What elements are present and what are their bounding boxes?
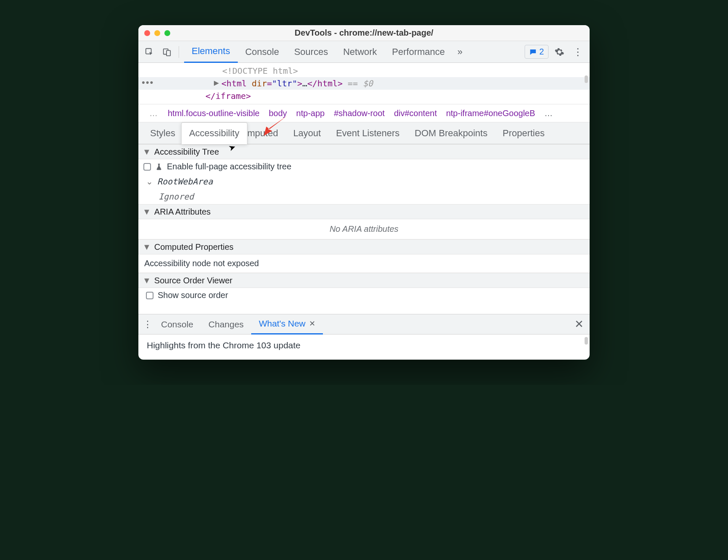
- message-icon: [529, 48, 537, 56]
- breadcrumb-item[interactable]: div#content: [394, 109, 437, 118]
- drawer-body: Highlights from the Chrome 103 update: [138, 334, 590, 360]
- inspect-element-icon[interactable]: [141, 44, 158, 60]
- minimize-window-button[interactable]: [154, 30, 160, 36]
- device-toggle-icon[interactable]: [159, 44, 175, 60]
- dom-gutter-ellipsis[interactable]: •••: [142, 77, 154, 88]
- main-panel-tabs: Elements Console Sources Network Perform…: [184, 41, 468, 63]
- drawer-tabs: ⋮ Console Changes What's New ✕ ✕: [138, 314, 590, 334]
- issues-badge[interactable]: 2: [525, 45, 549, 59]
- drawer-more-icon[interactable]: ⋮: [142, 319, 153, 330]
- disclosure-triangle-icon[interactable]: ▼: [143, 207, 151, 217]
- tab-event-listeners[interactable]: Event Listeners: [328, 122, 407, 144]
- tab-console[interactable]: Console: [238, 41, 287, 63]
- tab-accessibility-dragging[interactable]: Accessibility: [181, 122, 247, 144]
- tab-network[interactable]: Network: [335, 41, 385, 63]
- dom-tree-pane: ••• <!DOCTYPE html> ▶<html dir="ltr">…</…: [138, 63, 590, 104]
- dom-line-doctype[interactable]: <!DOCTYPE html>: [138, 65, 590, 77]
- checkbox-enable-full-page-tree[interactable]: [143, 163, 151, 171]
- svg-rect-2: [166, 50, 170, 56]
- section-title: Computed Properties: [154, 242, 234, 252]
- traffic-lights: [138, 30, 170, 36]
- disclosure-triangle-icon[interactable]: ▼: [143, 242, 151, 252]
- breadcrumb-item[interactable]: ntp-app: [296, 109, 325, 118]
- tab-properties[interactable]: Properties: [495, 122, 552, 144]
- ax-root-node[interactable]: ⌄ RootWebArea: [138, 174, 590, 189]
- devtools-window: DevTools - chrome://new-tab-page/ Elemen…: [138, 25, 590, 360]
- section-source-order[interactable]: ▼ Source Order Viewer: [138, 273, 590, 288]
- dom-line-html[interactable]: ▶<html dir="ltr">…</html> == $0: [138, 77, 590, 90]
- ax-root-label: RootWebArea: [157, 176, 213, 187]
- more-options-icon[interactable]: ⋮: [572, 46, 584, 58]
- aria-empty-message: No ARIA attributes: [138, 219, 590, 239]
- vertical-scrollbar[interactable]: [585, 75, 588, 83]
- show-source-order-row[interactable]: Show source order: [138, 288, 590, 306]
- experiment-flask-icon: [155, 163, 163, 171]
- zoom-window-button[interactable]: [164, 30, 170, 36]
- drawer-resize-handle[interactable]: [138, 306, 590, 314]
- close-drawer-icon[interactable]: ✕: [575, 318, 586, 331]
- drawer-scrollbar[interactable]: [585, 337, 588, 345]
- main-toolbar: Elements Console Sources Network Perform…: [138, 41, 590, 63]
- tab-dom-breakpoints[interactable]: DOM Breakpoints: [407, 122, 495, 144]
- drawer-tab-whats-new[interactable]: What's New ✕: [251, 314, 322, 334]
- section-computed-properties[interactable]: ▼ Computed Properties: [138, 239, 590, 254]
- close-tab-icon[interactable]: ✕: [309, 319, 315, 328]
- breadcrumb-item[interactable]: ntp-iframe#oneGoogleB: [446, 109, 535, 118]
- breadcrumb-item[interactable]: html.focus-outline-visible: [168, 109, 260, 118]
- dom-lines[interactable]: <!DOCTYPE html> ▶<html dir="ltr">…</html…: [138, 63, 590, 104]
- enable-full-page-tree-row[interactable]: Enable full-page accessibility tree: [138, 159, 590, 174]
- ax-ignored-label: Ignored: [159, 192, 194, 202]
- tab-layout[interactable]: Layout: [286, 122, 328, 144]
- dom-line-iframe-close[interactable]: </iframe>: [138, 90, 590, 102]
- ax-ignored-node[interactable]: Ignored: [138, 189, 590, 204]
- enable-full-page-tree-label: Enable full-page accessibility tree: [167, 162, 291, 171]
- section-title: Accessibility Tree: [154, 147, 219, 157]
- tab-performance[interactable]: Performance: [385, 41, 452, 63]
- disclosure-triangle-icon[interactable]: ▼: [143, 276, 151, 285]
- titlebar: DevTools - chrome://new-tab-page/: [138, 25, 590, 41]
- toolbar-separator: [179, 46, 179, 58]
- breadcrumb-item[interactable]: #shadow-root: [334, 109, 385, 118]
- section-title: ARIA Attributes: [154, 207, 211, 217]
- section-aria-attributes[interactable]: ▼ ARIA Attributes: [138, 204, 590, 219]
- close-window-button[interactable]: [144, 30, 150, 36]
- disclosure-triangle-icon[interactable]: ▼: [143, 147, 151, 157]
- disclosure-triangle-icon[interactable]: ⌄: [146, 176, 153, 187]
- breadcrumb-trailing-ellipsis[interactable]: …: [544, 109, 553, 118]
- toolbar-right: 2 ⋮: [525, 45, 587, 59]
- issues-count: 2: [539, 47, 544, 57]
- drawer-tab-label: What's New: [259, 319, 305, 329]
- tab-styles[interactable]: Styles: [143, 122, 183, 144]
- tab-sources[interactable]: Sources: [286, 41, 335, 63]
- elements-sidebar-tabs: Styles Accessibility mputed Layout Event…: [138, 122, 590, 144]
- tab-computed[interactable]: mputed: [246, 122, 286, 144]
- breadcrumb-leading-ellipsis[interactable]: …: [149, 109, 159, 118]
- drawer-tab-changes[interactable]: Changes: [201, 314, 251, 334]
- settings-icon[interactable]: [554, 47, 566, 57]
- more-tabs-button[interactable]: »: [452, 47, 468, 57]
- expand-triangle-icon[interactable]: ▶: [214, 76, 219, 89]
- computed-not-exposed-message: Accessibility node not exposed: [138, 254, 590, 273]
- tab-elements[interactable]: Elements: [184, 41, 238, 63]
- section-accessibility-tree[interactable]: ▼ Accessibility Tree: [138, 144, 590, 159]
- whats-new-headline: Highlights from the Chrome 103 update: [147, 340, 301, 350]
- drawer-tab-console[interactable]: Console: [153, 314, 201, 334]
- window-title: DevTools - chrome://new-tab-page/: [138, 28, 590, 38]
- checkbox-show-source-order[interactable]: [146, 292, 153, 299]
- show-source-order-label: Show source order: [158, 290, 228, 300]
- section-title: Source Order Viewer: [154, 276, 232, 285]
- breadcrumb-item[interactable]: body: [269, 109, 287, 118]
- dom-breadcrumb: … html.focus-outline-visible body ntp-ap…: [138, 104, 590, 122]
